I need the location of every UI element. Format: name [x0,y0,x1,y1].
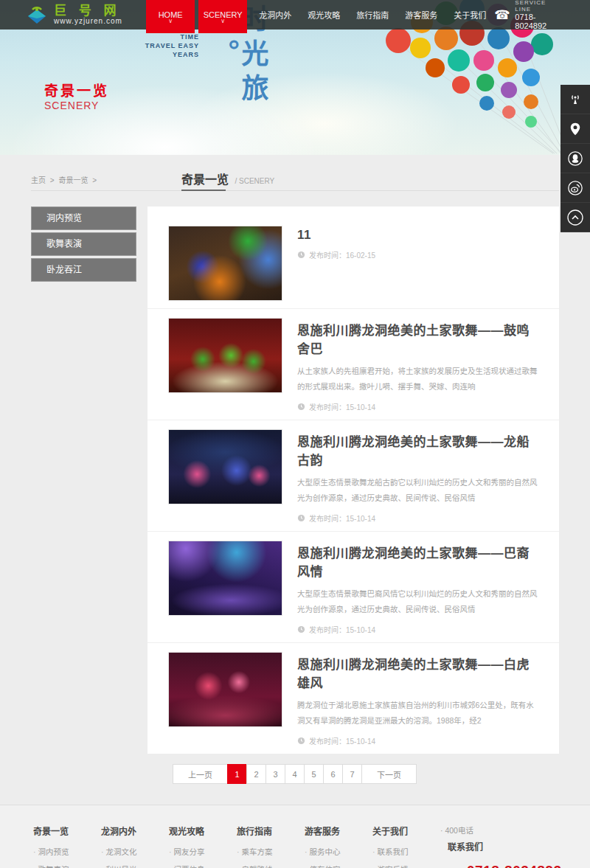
floating-toolbar [560,85,590,232]
brand-name: 巨 号 网 [54,5,122,17]
footer-link[interactable]: 停车住宿 [305,864,372,868]
breadcrumb-separator: > [50,176,55,184]
breadcrumb-home[interactable]: 主页 [31,176,46,184]
nav-menu: HOME ∨ SCENERY ∨ 龙洞内外 观光攻略 旅行指南 游客服务 关于我… [146,0,494,29]
pagination-page-2[interactable]: 2 [246,764,266,784]
location-button[interactable] [560,114,590,144]
article-summary: 从土家族人的先祖廪君开始，将土家族的发展历史及生活现状通过歌舞的形式展现出来。撒… [297,364,538,395]
weibo-icon [567,180,583,196]
article-thumbnail-dance[interactable] [168,429,282,504]
article-title[interactable]: 恩施利川腾龙洞绝美的土家歌舞——巴裔风情 [297,543,538,580]
pagination-page-5[interactable]: 5 [304,764,324,784]
footer-link[interactable]: 服务中心 [305,846,372,857]
article-summary: 大型原生态情景歌舞龙船古韵它以利川灿烂的历史人文和秀丽的自然风光为创作源泉，通过… [297,475,538,506]
pagination-next[interactable]: 下一页 [361,764,417,784]
sidebar-item-wolong[interactable]: 卧龙吞江 [31,258,136,282]
breadcrumb-separator: > [92,176,97,184]
breadcrumb-current[interactable]: 奇景一览 [58,176,88,184]
hero-slogan: TIME TRAVEL EASY YEARS [129,32,199,59]
chevron-down-icon: ∨ [221,19,225,24]
brand-logo-icon [26,4,48,26]
top-navigation: 巨 号 网 www.yzjuren.com HOME ∨ SCENERY ∨ 龙… [0,0,590,29]
article-date: 发布时间：15-10-14 [297,735,538,746]
article-date: 发布时间：15-10-14 [297,513,538,524]
broadcast-button[interactable] [560,85,590,114]
clock-icon [297,403,305,411]
footer-column-lvxing: 旅行指南 乘车方案 自驾路线 跟团前往 [237,824,305,868]
footer-link[interactable]: 洞内预览 [33,846,101,857]
nav-item-about[interactable]: 关于我们 [445,0,494,29]
sidebar-item-dongnei[interactable]: 洞内预览 [31,206,136,230]
brand-text: 巨 号 网 www.yzjuren.com [54,5,122,25]
article-row[interactable]: 恩施利川腾龙洞绝美的土家歌舞——白虎雄风 腾龙洞位于湖北恩施土家族苗族自治州的利… [148,643,559,754]
phone-icon: ☎ [494,7,510,23]
nav-item-lvxing[interactable]: 旅行指南 [348,0,397,29]
back-to-top-button[interactable] [560,203,590,232]
hero-title: 奇景一览 SCENERY [44,80,109,111]
nav-item-scenery[interactable]: SCENERY ∨ [198,0,247,33]
article-row[interactable]: 恩施利川腾龙洞绝美的土家歌舞——龙船古韵 大型原生态情景歌舞龙船古韵它以利川灿烂… [148,420,559,532]
article-thumbnail-dance[interactable] [168,652,282,727]
page-title: 奇景一览 [181,173,229,186]
footer-link[interactable]: 门票信息 [169,864,237,868]
footer-column-guanguang: 观光攻略 网友分享 门票信息 旅游贴士 [169,824,237,868]
footer-400-link[interactable]: 400电话 [440,824,588,836]
article-title[interactable]: 11 [297,228,538,243]
pagination-prev[interactable]: 上一页 [173,764,228,784]
pagination-page-1[interactable]: 1 [227,764,247,784]
qq-button[interactable] [560,144,590,173]
weibo-button[interactable] [560,173,590,203]
pagination-page-4[interactable]: 4 [285,764,305,784]
chevron-down-icon: ∨ [168,19,173,24]
article-title[interactable]: 恩施利川腾龙洞绝美的土家歌舞——鼓鸣舍巴 [297,320,538,357]
footer-link[interactable]: 利川风光 [101,864,169,868]
footer-link[interactable]: 联系我们 [372,846,440,857]
nav-item-guanguang[interactable]: 观光攻略 [299,0,348,29]
article-thumbnail-dance[interactable] [168,318,282,393]
pagination-page-3[interactable]: 3 [266,764,285,784]
article-thumbnail-cave[interactable] [168,226,282,301]
footer-link[interactable]: 乘车方案 [237,846,305,857]
nav-item-youke[interactable]: 游客服务 [397,0,445,29]
article-title[interactable]: 恩施利川腾龙洞绝美的土家歌舞——白虎雄风 [297,654,538,691]
breadcrumb-row: 主页 > 奇景一览 > 奇景一览 / SCENERY [31,155,559,191]
page: 时光旅行。 TIME TRAVEL EASY YEARS 奇景一览 SCENER… [0,0,590,868]
section-header: 奇景一览 / SCENERY [181,170,274,187]
footer: 奇景一览 洞内预览 歌舞表演 卧龙吞江 龙洞内外 龙洞文化 利川风光 美食寻觅 … [0,805,590,868]
location-icon [568,122,583,136]
footer-column-youke: 游客服务 服务中心 停车住宿 [305,824,372,868]
service-line: ☎ SERVICE LINE 0718-8024892 [494,0,560,30]
clock-icon [297,737,305,745]
article-row[interactable]: 恩施利川腾龙洞绝美的土家歌舞——巴裔风情 大型原生态情景歌舞巴裔风情它以利川灿烂… [148,532,559,643]
article-summary: 腾龙洞位于湖北恩施土家族苗族自治州的利川市城郊6公里处，既有水洞又有旱洞的腾龙洞… [297,698,538,729]
service-line-label: SERVICE LINE [515,0,560,13]
hero-banner: 时光旅行。 TIME TRAVEL EASY YEARS 奇景一览 SCENER… [0,0,590,155]
footer-link[interactable]: 网友分享 [169,846,237,857]
pagination: 上一页 1 2 3 4 5 6 7 下一页 [0,764,590,784]
pagination-page-7[interactable]: 7 [342,764,362,784]
brand-logo[interactable]: 巨 号 网 www.yzjuren.com [26,4,146,26]
phone-icon [442,864,459,868]
article-row[interactable]: 恩施利川腾龙洞绝美的土家歌舞——鼓鸣舍巴 从土家族人的先祖廪君开始，将土家族的发… [148,309,559,420]
footer-contact: 400电话 联系我们 0718-8024892 客服电话 [440,824,588,868]
sidebar: 洞内预览 歌舞表演 卧龙吞江 [31,206,136,284]
pagination-page-6[interactable]: 6 [323,764,343,784]
footer-link[interactable]: 自驾路线 [237,864,305,868]
nav-item-home[interactable]: HOME ∨ [146,0,195,33]
article-title[interactable]: 恩施利川腾龙洞绝美的土家歌舞——龙船古韵 [297,431,538,468]
footer-link[interactable]: 龙洞文化 [101,846,169,857]
breadcrumb: 主页 > 奇景一览 > [31,174,99,185]
nav-item-longdong[interactable]: 龙洞内外 [251,0,299,29]
sidebar-item-gewu[interactable]: 歌舞表演 [31,232,136,256]
footer-link[interactable]: 歌舞表演 [33,864,101,868]
contact-phone-number[interactable]: 0718-8024892 [467,863,562,868]
hero-title-cn: 奇景一览 [44,80,109,100]
article-date: 发布时间：16-02-15 [297,249,538,260]
qq-icon [567,150,583,167]
article-row[interactable]: 11 发布时间：16-02-15 [148,217,559,309]
article-thumbnail-stage[interactable] [168,541,282,616]
footer-link[interactable]: 游客反馈 [372,864,440,868]
page-subtitle: / SCENERY [235,177,274,185]
broadcast-icon [568,92,583,107]
chevron-up-icon [566,209,584,226]
